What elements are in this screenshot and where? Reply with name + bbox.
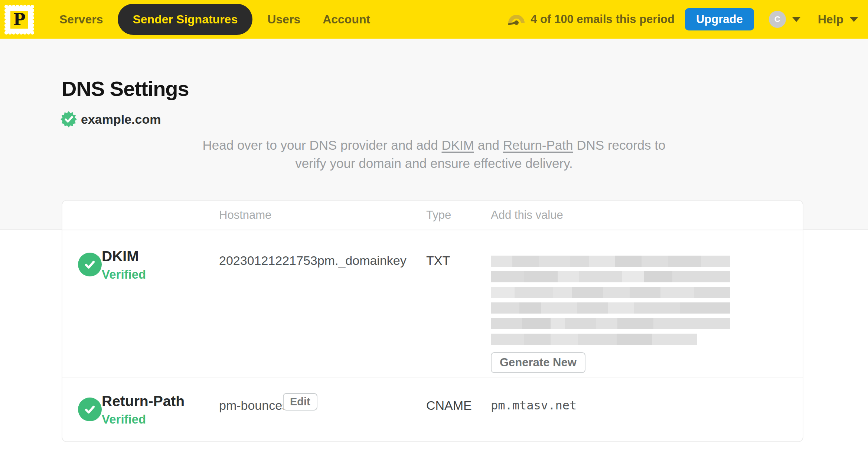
record-type: CNAME <box>426 398 472 413</box>
redacted-value-line <box>491 256 730 267</box>
redacted-value-line <box>491 318 730 329</box>
logo-letter: P <box>13 10 25 29</box>
record-type: TXT <box>426 253 450 268</box>
help-label: Help <box>818 13 843 26</box>
usage-counter: 4 of 100 emails this period <box>531 13 675 26</box>
generate-new-button[interactable]: Generate New <box>491 352 585 373</box>
redacted-value-line <box>491 302 730 314</box>
status-badge: Verified <box>102 412 146 427</box>
record-hostname: 20230121221753pm._domainkey <box>219 253 407 268</box>
dkim-link[interactable]: DKIM <box>441 138 474 152</box>
dns-records-table: Hostname Type Add this value DKIM Verifi… <box>62 200 803 442</box>
redacted-value-line <box>491 271 730 282</box>
column-header-value: Add this value <box>491 201 563 230</box>
intro-part2: and <box>474 138 503 152</box>
usage-gauge-icon <box>508 12 525 27</box>
verified-check-icon <box>78 398 102 421</box>
domain-name: example.com <box>81 112 161 127</box>
account-menu[interactable]: C <box>769 11 801 28</box>
column-header-type: Type <box>426 201 451 230</box>
record-hostname: pm-bounces <box>219 398 288 413</box>
postmark-logo-icon[interactable]: P <box>3 3 36 36</box>
page-title: DNS Settings <box>62 77 189 101</box>
redacted-value-line <box>491 334 697 345</box>
chevron-down-icon <box>849 17 858 22</box>
table-header-row: Hostname Type Add this value <box>62 201 803 230</box>
avatar[interactable]: C <box>769 11 786 28</box>
nav-item-servers[interactable]: Servers <box>52 13 110 26</box>
help-menu[interactable]: Help <box>818 13 858 26</box>
record-name: DKIM <box>102 248 139 265</box>
nav-right-group: 4 of 100 emails this period Upgrade C He… <box>508 8 858 30</box>
redacted-value-line <box>491 287 730 298</box>
main-content: DNS Settings example.com Head over to yo… <box>0 39 868 454</box>
domain-row: example.com <box>60 111 161 128</box>
column-header-hostname: Hostname <box>219 201 271 230</box>
nav-item-users[interactable]: Users <box>260 13 308 26</box>
verified-seal-icon <box>60 111 77 128</box>
record-name: Return-Path <box>102 393 185 409</box>
intro-part1: Head over to your DNS provider and add <box>202 138 441 152</box>
primary-nav: Servers Sender Signatures Users Account <box>52 4 385 35</box>
edit-hostname-button[interactable]: Edit <box>283 393 317 411</box>
verified-check-icon <box>78 253 102 276</box>
upgrade-button[interactable]: Upgrade <box>685 8 754 30</box>
redacted-dkim-value <box>491 256 730 349</box>
intro-text: Head over to your DNS provider and add D… <box>185 136 683 172</box>
nav-item-sender-signatures[interactable]: Sender Signatures <box>118 4 252 35</box>
record-value: pm.mtasv.net <box>491 398 577 412</box>
top-navigation-bar: P Servers Sender Signatures Users Accoun… <box>0 0 868 39</box>
chevron-down-icon <box>792 17 801 22</box>
status-badge: Verified <box>102 267 146 282</box>
return-path-link[interactable]: Return-Path <box>503 138 573 152</box>
nav-item-account[interactable]: Account <box>315 13 378 26</box>
row-divider <box>62 377 803 377</box>
